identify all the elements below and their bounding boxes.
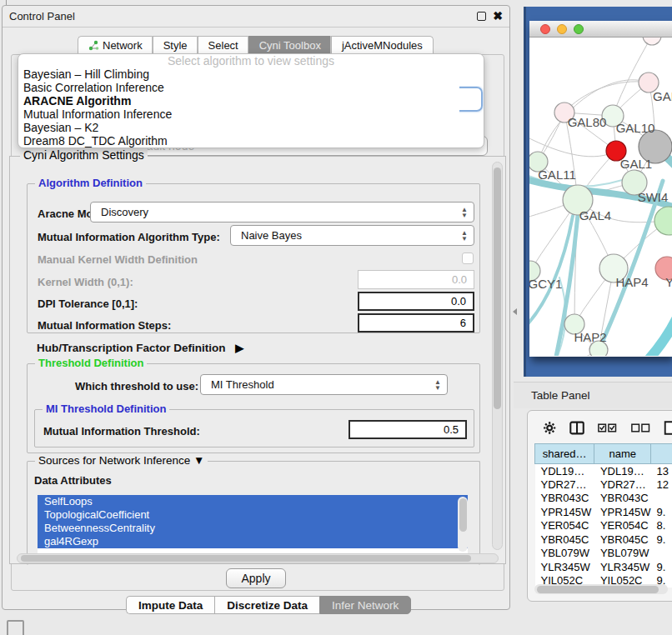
column-header[interactable]: shared… bbox=[535, 444, 594, 464]
mi-type-value: Naive Bayes bbox=[241, 229, 302, 242]
manual-kernel-label: Manual Kernel Width Definition bbox=[38, 253, 198, 266]
tab-label: jActiveMNodules bbox=[342, 39, 423, 52]
kernel-width-label: Kernel Width (0,1): bbox=[38, 276, 133, 288]
table-row[interactable]: YBL079WYBL079W bbox=[535, 547, 672, 561]
kernel-width-field[interactable]: 0.0 bbox=[358, 270, 474, 289]
table-cell: YER054C bbox=[535, 519, 594, 533]
node-attribute-table[interactable]: shared…nameA YDL19…YDL19…13YDR27…YDR27…1… bbox=[534, 443, 672, 588]
mac-zoom-button[interactable] bbox=[574, 24, 584, 34]
hub-definition-toggle[interactable]: Hub/Transcription Factor Definition ▶ bbox=[37, 342, 243, 354]
table-cell: YBR045C bbox=[535, 532, 594, 547]
mi-threshold-group: MI Threshold Definition Mutual Informati… bbox=[34, 409, 474, 448]
table-cell: YBR043C bbox=[535, 492, 594, 506]
network-canvas[interactable]: GALGAL80GAL10GAL1GAL11SWI4GAL4GCY1HAP4YH… bbox=[529, 38, 672, 356]
table-row[interactable]: YBR045CYBR045C9. bbox=[535, 532, 672, 547]
aracne-mode-select[interactable]: Discovery ▲▼ bbox=[90, 202, 474, 222]
control-panel-title: Control Panel bbox=[9, 10, 75, 22]
mi-threshold-field[interactable]: 0.5 bbox=[349, 420, 467, 439]
manual-kernel-checkbox[interactable] bbox=[462, 252, 474, 264]
table-cell: 9. bbox=[651, 505, 672, 519]
network-node[interactable] bbox=[643, 38, 661, 45]
control-panel-window: Control Panel ✖ NetworkStyleSelectCyni T… bbox=[2, 5, 510, 610]
attribute-item[interactable]: gal4RGexp bbox=[38, 535, 468, 548]
network-view-window: GALGAL80GAL10GAL1GAL11SWI4GAL4GCY1HAP4YH… bbox=[524, 7, 672, 377]
table-cell: YPR145W bbox=[594, 505, 651, 519]
settings-hscrollbar[interactable] bbox=[17, 553, 499, 563]
mi-threshold-group-title: MI Threshold Definition bbox=[43, 402, 169, 415]
collapsed-arrow-icon: ▶ bbox=[235, 342, 243, 354]
float-window-icon[interactable] bbox=[477, 12, 486, 21]
tab-select[interactable]: Select bbox=[198, 36, 248, 55]
algorithm-option[interactable]: Dream8 DC_TDC Algorithm bbox=[18, 134, 484, 148]
node-label: GAL4 bbox=[579, 208, 611, 222]
mi-type-select[interactable]: Naive Bayes ▲▼ bbox=[230, 225, 474, 246]
tab-jactivemnodules[interactable]: jActiveMNodules bbox=[331, 36, 434, 55]
algorithm-option[interactable]: Bayesian – K2 bbox=[18, 121, 484, 134]
which-threshold-value: MI Threshold bbox=[211, 378, 274, 391]
attribute-item[interactable]: SelfLoops bbox=[38, 495, 468, 508]
tab-network[interactable]: Network bbox=[78, 36, 153, 55]
algorithm-option[interactable]: Bayesian – Hill Climbing bbox=[18, 68, 484, 81]
column-header[interactable]: A bbox=[651, 444, 672, 464]
table-cell: YPR145W bbox=[535, 505, 594, 519]
cyni-settings-panel: Cyni Algorithm Settings Algorithm Defini… bbox=[9, 156, 506, 564]
control-panel-titlebar: Control Panel ✖ bbox=[3, 6, 509, 28]
data-attributes-list[interactable]: SelfLoopsTopologicalCoefficientBetweenne… bbox=[38, 495, 468, 553]
tab-infer-network[interactable]: Infer Network bbox=[319, 596, 411, 614]
column-layout-icon[interactable] bbox=[569, 420, 584, 436]
which-threshold-select[interactable]: MI Threshold ▲▼ bbox=[200, 374, 448, 395]
attribute-item[interactable]: TopologicalCoefficient bbox=[38, 508, 468, 522]
table-cell bbox=[651, 547, 672, 561]
network-edge[interactable] bbox=[529, 350, 599, 356]
clear-checkboxes-icon[interactable] bbox=[631, 422, 650, 433]
table-row[interactable]: YBR043CYBR043C bbox=[535, 492, 672, 506]
file-icon[interactable] bbox=[664, 419, 672, 437]
splitpane-collapse-arrow[interactable] bbox=[513, 308, 517, 315]
attribute-item[interactable]: BetweennessCentrality bbox=[38, 522, 468, 535]
select-all-checkboxes-icon[interactable] bbox=[598, 422, 617, 433]
mi-steps-field[interactable]: 6 bbox=[358, 313, 474, 332]
tab-cyni-toolbox[interactable]: Cyni Toolbox bbox=[248, 36, 331, 55]
algorithm-option[interactable]: ARACNE Algorithm bbox=[18, 94, 484, 108]
algorithm-option[interactable]: Mutual Information Inference bbox=[18, 108, 484, 121]
control-panel-tabbar: NetworkStyleSelectCyni ToolboxjActiveMNo… bbox=[78, 36, 434, 55]
node-label: HAP4 bbox=[615, 275, 648, 289]
tab-label: Style bbox=[163, 39, 188, 52]
stepper-icon: ▲▼ bbox=[461, 207, 468, 218]
table-row[interactable]: YLR345WYLR345W9. bbox=[535, 560, 672, 574]
table-panel-title: Table Panel bbox=[531, 389, 590, 402]
stepper-icon: ▲▼ bbox=[461, 230, 468, 242]
mi-threshold-label: Mutual Information Threshold: bbox=[43, 425, 200, 438]
floating-panel-icon[interactable] bbox=[7, 620, 24, 635]
mac-close-button[interactable] bbox=[540, 24, 550, 34]
table-row[interactable]: YER054CYER054C8. bbox=[535, 519, 672, 533]
hub-definition-label: Hub/Transcription Factor Definition bbox=[37, 342, 226, 354]
table-cell: 9. bbox=[651, 560, 672, 574]
column-header[interactable]: name bbox=[594, 444, 651, 464]
network-window-titlebar bbox=[529, 21, 672, 38]
network-node[interactable] bbox=[654, 207, 672, 235]
table-cell bbox=[651, 492, 672, 506]
table-row[interactable]: YPR145WYPR145W9. bbox=[535, 505, 672, 519]
gear-icon[interactable] bbox=[543, 420, 556, 436]
close-icon[interactable]: ✖ bbox=[493, 12, 503, 21]
expanded-arrow-icon: ▼ bbox=[193, 454, 204, 467]
table-cell: YDR27… bbox=[594, 478, 651, 492]
attributes-scrollbar[interactable] bbox=[458, 497, 468, 552]
network-edge[interactable] bbox=[639, 312, 672, 356]
settings-vscrollbar[interactable] bbox=[492, 162, 503, 550]
apply-button[interactable]: Apply bbox=[226, 568, 286, 588]
mac-minimize-button[interactable] bbox=[557, 24, 567, 34]
algorithm-option[interactable]: Basic Correlation Inference bbox=[18, 81, 484, 94]
table-cell: YBL079W bbox=[535, 547, 594, 561]
tab-label: Network bbox=[103, 39, 143, 52]
table-row[interactable]: YDR27…YDR27…12 bbox=[535, 478, 672, 492]
tab-discretize-data[interactable]: Discretize Data bbox=[214, 596, 319, 614]
table-hscrollbar[interactable] bbox=[534, 584, 668, 594]
dpi-tolerance-field[interactable]: 0.0 bbox=[358, 292, 474, 311]
tab-style[interactable]: Style bbox=[153, 36, 198, 55]
tab-impute-data[interactable]: Impute Data bbox=[126, 596, 214, 614]
table-cell: YLR345W bbox=[535, 560, 594, 574]
table-row[interactable]: YDL19…YDL19…13 bbox=[535, 464, 672, 478]
sources-title[interactable]: Sources for Network Inference ▼ bbox=[35, 454, 208, 467]
